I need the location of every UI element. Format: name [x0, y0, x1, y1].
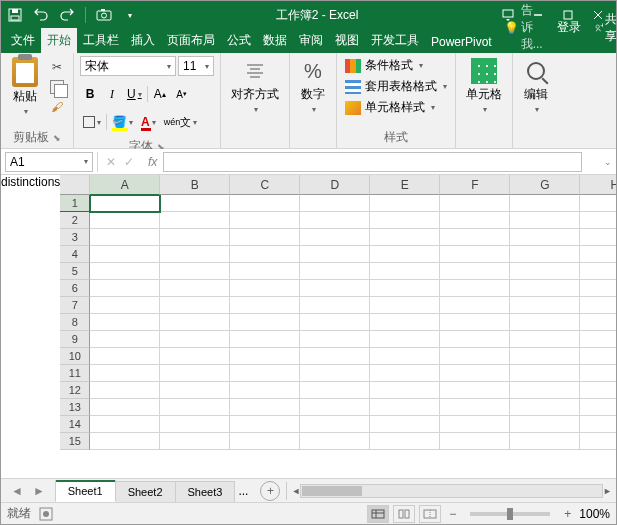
redo-icon[interactable] [57, 5, 77, 25]
cell[interactable] [300, 212, 370, 229]
cell[interactable] [230, 314, 300, 331]
tab-home[interactable]: 开始 [41, 28, 77, 53]
cell[interactable] [440, 382, 510, 399]
cell[interactable] [230, 280, 300, 297]
cell[interactable] [580, 212, 616, 229]
cell[interactable] [370, 433, 440, 450]
sheet-nav-prev[interactable]: ◄ [7, 484, 27, 498]
cell[interactable] [90, 416, 160, 433]
cell[interactable] [440, 229, 510, 246]
col-header[interactable]: F [440, 175, 510, 195]
sheet-tab[interactable]: Sheet1 [55, 480, 116, 502]
cell[interactable] [230, 416, 300, 433]
col-header[interactable]: C [230, 175, 300, 195]
cell[interactable] [160, 297, 230, 314]
col-header[interactable]: H [580, 175, 616, 195]
cell[interactable] [90, 314, 160, 331]
increase-font-button[interactable]: A▴ [150, 84, 170, 104]
cell[interactable] [370, 365, 440, 382]
cell[interactable] [370, 314, 440, 331]
cell[interactable] [370, 212, 440, 229]
cell[interactable] [580, 399, 616, 416]
cancel-formula-button[interactable]: ✕ [106, 155, 116, 169]
cell[interactable] [580, 433, 616, 450]
cell[interactable] [90, 382, 160, 399]
cell[interactable] [230, 246, 300, 263]
row-header[interactable]: 7 [60, 297, 90, 314]
cell[interactable] [90, 263, 160, 280]
cell[interactable] [510, 280, 580, 297]
cell[interactable] [230, 348, 300, 365]
cell[interactable] [90, 246, 160, 263]
cell[interactable] [370, 280, 440, 297]
view-page-layout-button[interactable] [393, 505, 415, 523]
login-button[interactable]: 登录 [551, 15, 587, 40]
cell[interactable] [160, 399, 230, 416]
cell[interactable] [300, 331, 370, 348]
qat-customize-icon[interactable]: ▾ [120, 5, 140, 25]
tab-view[interactable]: 视图 [329, 28, 365, 53]
zoom-in-button[interactable]: + [560, 507, 575, 521]
cell[interactable] [230, 212, 300, 229]
decrease-font-button[interactable]: A▾ [172, 84, 192, 104]
cell[interactable] [580, 365, 616, 382]
macro-record-icon[interactable] [39, 507, 53, 521]
cell[interactable] [580, 297, 616, 314]
cell[interactable] [440, 314, 510, 331]
cell[interactable] [300, 348, 370, 365]
cell[interactable] [160, 280, 230, 297]
border-button[interactable]: ▾ [80, 112, 104, 132]
cell[interactable] [90, 212, 160, 229]
cell[interactable] [370, 297, 440, 314]
row-header[interactable]: 13 [60, 399, 90, 416]
copy-button[interactable] [47, 78, 67, 96]
cell[interactable] [90, 297, 160, 314]
sheet-nav-next[interactable]: ► [29, 484, 49, 498]
col-header[interactable]: A [90, 175, 160, 195]
col-header[interactable]: B [160, 175, 230, 195]
camera-icon[interactable] [94, 5, 114, 25]
cell[interactable] [160, 382, 230, 399]
cell[interactable] [300, 229, 370, 246]
cell[interactable] [440, 348, 510, 365]
fill-color-button[interactable]: 🪣▾ [109, 112, 136, 132]
cell[interactable] [370, 246, 440, 263]
cell[interactable] [370, 229, 440, 246]
cell[interactable] [510, 382, 580, 399]
cell[interactable] [300, 246, 370, 263]
cell[interactable] [90, 331, 160, 348]
row-header[interactable]: 11 [60, 365, 90, 382]
sheet-more[interactable]: ... [234, 484, 252, 498]
row-header[interactable]: 4 [60, 246, 90, 263]
cell[interactable] [510, 229, 580, 246]
horizontal-scrollbar[interactable]: ◄ ► [291, 483, 612, 499]
cell[interactable] [510, 314, 580, 331]
col-header[interactable]: E [370, 175, 440, 195]
cell[interactable] [230, 263, 300, 280]
italic-button[interactable]: I [102, 84, 122, 104]
cell[interactable] [580, 382, 616, 399]
cell[interactable] [370, 195, 440, 212]
cell[interactable] [580, 246, 616, 263]
cell[interactable] [580, 348, 616, 365]
accept-formula-button[interactable]: ✓ [124, 155, 134, 169]
cell[interactable] [90, 280, 160, 297]
cell[interactable] [370, 331, 440, 348]
row-header[interactable]: 12 [60, 382, 90, 399]
alignment-button[interactable]: 对齐方式▾ [227, 56, 283, 116]
cell[interactable] [440, 433, 510, 450]
new-sheet-button[interactable]: + [260, 481, 280, 501]
cell[interactable] [440, 246, 510, 263]
cell[interactable] [510, 246, 580, 263]
cell[interactable] [160, 365, 230, 382]
tab-layout[interactable]: 页面布局 [161, 28, 221, 53]
tab-tools[interactable]: 工具栏 [77, 28, 125, 53]
col-header[interactable]: G [510, 175, 580, 195]
cell[interactable] [90, 433, 160, 450]
cell[interactable] [230, 229, 300, 246]
cell[interactable] [300, 365, 370, 382]
cell[interactable] [160, 433, 230, 450]
cell[interactable] [580, 416, 616, 433]
select-all-corner[interactable] [60, 175, 90, 195]
cell[interactable] [580, 229, 616, 246]
